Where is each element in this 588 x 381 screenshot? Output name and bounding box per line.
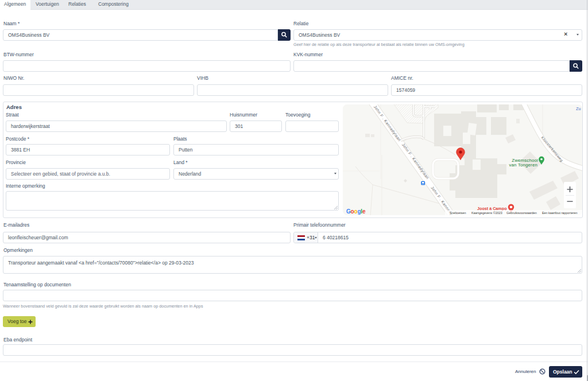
svg-text:Google: Google — [346, 208, 366, 215]
svg-text:Gebruiksvoorwaarden: Gebruiksvoorwaarden — [506, 211, 537, 215]
svg-text:Zu: Zu — [576, 106, 581, 111]
svg-text:Kaartgegevens ©2023: Kaartgegevens ©2023 — [471, 211, 502, 215]
svg-text:van Tongeren: van Tongeren — [509, 162, 537, 168]
svg-text:Een kaartfout rapporteren: Een kaartfout rapporteren — [542, 211, 577, 215]
svg-text:Sneltoetsen: Sneltoetsen — [450, 211, 466, 215]
